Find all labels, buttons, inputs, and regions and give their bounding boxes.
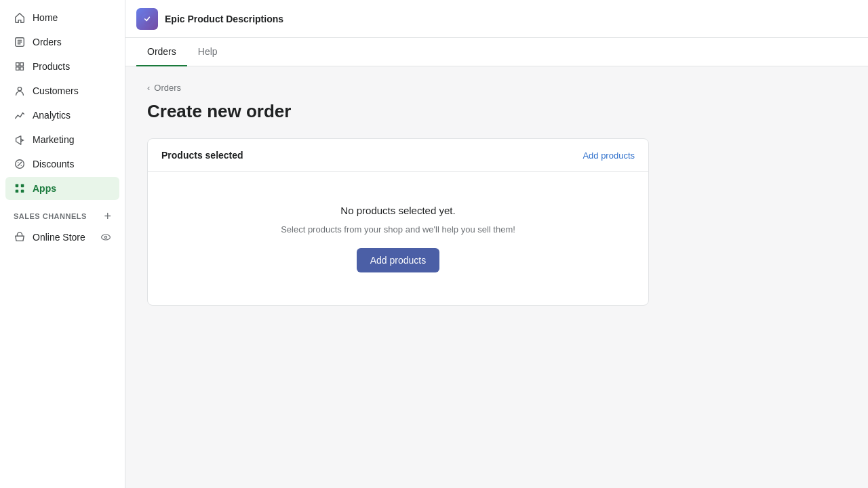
- sidebar-item-marketing[interactable]: Marketing: [5, 128, 119, 151]
- empty-state-subtitle: Select products from your shop and we'll…: [281, 224, 515, 235]
- sidebar-item-apps-label: Apps: [33, 183, 56, 194]
- svg-point-1: [18, 87, 21, 91]
- app-logo-icon: [136, 8, 158, 30]
- sidebar-item-orders-label: Orders: [33, 37, 62, 47]
- sidebar-item-apps[interactable]: Apps: [5, 177, 119, 200]
- svg-rect-5: [16, 190, 19, 193]
- sidebar-item-analytics[interactable]: Analytics: [5, 104, 119, 127]
- page-title: Create new order: [147, 101, 846, 122]
- orders-icon: [14, 36, 26, 48]
- add-sales-channel-button[interactable]: +: [104, 210, 111, 222]
- discounts-icon: [14, 158, 26, 170]
- main-content: ‹ Orders Create new order Products selec…: [125, 66, 868, 488]
- sidebar-item-analytics-label: Analytics: [33, 110, 71, 121]
- sidebar-item-customers-label: Customers: [33, 85, 79, 96]
- online-store-visibility-icon[interactable]: [100, 232, 111, 243]
- svg-point-8: [104, 236, 106, 238]
- svg-point-9: [142, 13, 153, 24]
- analytics-icon: [14, 109, 26, 121]
- breadcrumb-arrow: ‹: [147, 83, 150, 93]
- svg-rect-6: [21, 190, 24, 193]
- marketing-icon: [14, 134, 26, 146]
- apps-icon: [14, 182, 26, 195]
- customers-icon: [14, 85, 26, 97]
- sidebar-item-marketing-label: Marketing: [33, 134, 74, 145]
- sidebar: Home Orders Products Customers: [0, 0, 125, 488]
- svg-point-7: [102, 235, 111, 240]
- sales-channels-section-header: SALES CHANNELS +: [5, 201, 119, 225]
- home-icon: [14, 12, 26, 24]
- card-header: Products selected Add products: [148, 139, 648, 172]
- app-header: Epic Product Descriptions: [125, 0, 868, 38]
- card-header-title: Products selected: [161, 150, 243, 161]
- add-products-link[interactable]: Add products: [583, 150, 635, 161]
- sidebar-item-orders[interactable]: Orders: [5, 30, 119, 54]
- sidebar-item-discounts-label: Discounts: [33, 159, 74, 169]
- online-store-label: Online Store: [33, 232, 85, 243]
- sidebar-item-online-store[interactable]: Online Store: [5, 226, 119, 249]
- svg-rect-4: [21, 184, 24, 188]
- sidebar-item-products[interactable]: Products: [5, 55, 119, 78]
- app-title: Epic Product Descriptions: [165, 14, 283, 24]
- tab-orders[interactable]: Orders: [136, 38, 187, 66]
- sidebar-item-products-label: Products: [33, 61, 70, 72]
- products-card: Products selected Add products No produc…: [147, 138, 649, 306]
- online-store-icon: [14, 231, 26, 243]
- products-icon: [14, 60, 26, 73]
- sidebar-item-customers[interactable]: Customers: [5, 79, 119, 102]
- sidebar-item-discounts[interactable]: Discounts: [5, 152, 119, 176]
- empty-state-title: No products selected yet.: [340, 205, 455, 216]
- sales-channels-label: SALES CHANNELS: [14, 212, 87, 220]
- svg-rect-3: [16, 184, 19, 188]
- sidebar-item-home-label: Home: [33, 12, 58, 23]
- tabs-bar: Orders Help: [125, 38, 868, 66]
- card-body: No products selected yet. Select product…: [148, 172, 648, 305]
- breadcrumb-label: Orders: [154, 83, 181, 93]
- add-products-button[interactable]: Add products: [357, 248, 440, 272]
- main-area: Epic Product Descriptions Orders Help ‹ …: [125, 0, 868, 488]
- breadcrumb[interactable]: ‹ Orders: [147, 83, 846, 93]
- sidebar-item-home[interactable]: Home: [5, 6, 119, 29]
- tab-help[interactable]: Help: [187, 38, 229, 66]
